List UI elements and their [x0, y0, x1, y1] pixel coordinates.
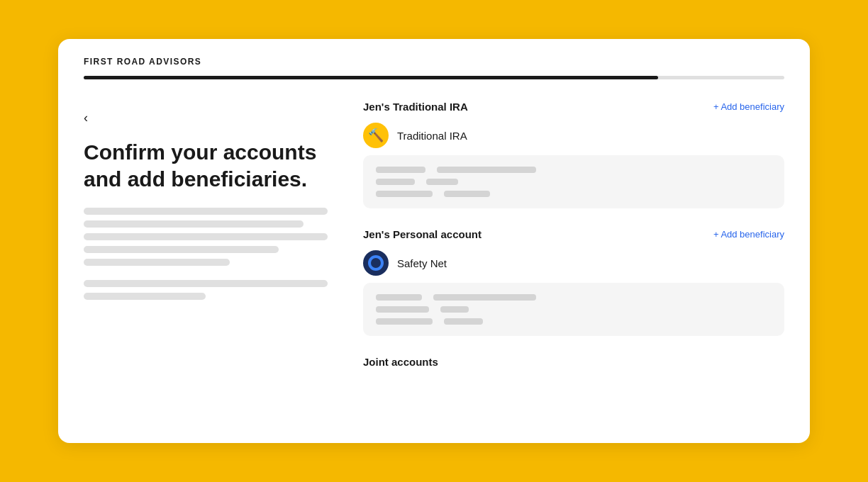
detail-skeleton — [433, 294, 536, 301]
detail-skeleton — [437, 167, 536, 173]
card-header: FIRST ROAD ADVISORS — [58, 39, 810, 79]
account-type-label-personal: Safety Net — [397, 257, 447, 269]
back-button[interactable]: ‹ — [84, 108, 104, 128]
account-section-title-personal: Jen's Personal account — [363, 228, 482, 240]
skeleton-line — [84, 233, 328, 240]
detail-row — [376, 191, 772, 197]
page-title: Confirm your accounts and add beneficiar… — [84, 139, 328, 192]
account-section-title-joint: Joint accounts — [363, 356, 438, 368]
account-type-row-ira: 🔨 Traditional IRA — [363, 123, 784, 148]
detail-skeleton — [444, 318, 483, 325]
detail-skeleton — [440, 306, 469, 313]
detail-row — [376, 294, 772, 301]
safety-ring-icon — [368, 255, 384, 271]
detail-row — [376, 318, 772, 325]
detail-skeleton — [376, 191, 433, 197]
detail-row — [376, 179, 772, 185]
account-section-header-ira: Jen's Traditional IRA + Add beneficiary — [363, 101, 784, 113]
description-skeleton — [84, 208, 328, 300]
detail-skeleton — [426, 179, 458, 185]
account-icon-safety — [363, 250, 389, 276]
detail-skeleton — [444, 191, 490, 197]
add-beneficiary-link-ira[interactable]: + Add beneficiary — [713, 101, 784, 112]
account-type-row-personal: Safety Net — [363, 250, 784, 276]
brand-name: FIRST ROAD ADVISORS — [84, 57, 201, 67]
skeleton-line — [84, 220, 304, 228]
detail-skeleton — [376, 306, 429, 313]
account-section-title-ira: Jen's Traditional IRA — [363, 101, 468, 113]
account-section-personal: Jen's Personal account + Add beneficiary… — [363, 228, 784, 336]
skeleton-line — [84, 293, 206, 300]
add-beneficiary-link-personal[interactable]: + Add beneficiary — [713, 229, 784, 240]
main-card: FIRST ROAD ADVISORS ‹ Confirm your accou… — [58, 39, 810, 443]
skeleton-line — [84, 246, 279, 253]
detail-skeleton — [376, 294, 422, 301]
account-section-header-personal: Jen's Personal account + Add beneficiary — [363, 228, 784, 240]
detail-row — [376, 306, 772, 313]
account-section-ira: Jen's Traditional IRA + Add beneficiary … — [363, 101, 784, 208]
ira-icon-emoji: 🔨 — [368, 129, 384, 142]
skeleton-line — [84, 259, 230, 266]
detail-skeleton — [376, 179, 415, 185]
card-body: ‹ Confirm your accounts and add benefici… — [58, 79, 810, 443]
left-panel: ‹ Confirm your accounts and add benefici… — [58, 79, 356, 443]
account-type-label-ira: Traditional IRA — [397, 130, 467, 142]
account-details-card-ira — [363, 155, 784, 208]
account-details-card-personal — [363, 283, 784, 336]
skeleton-line — [84, 280, 328, 287]
skeleton-line — [84, 208, 328, 215]
right-panel: Jen's Traditional IRA + Add beneficiary … — [356, 79, 810, 443]
account-section-joint: Joint accounts — [363, 356, 784, 368]
detail-skeleton — [376, 318, 433, 325]
account-section-header-joint: Joint accounts — [363, 356, 784, 368]
account-icon-ira: 🔨 — [363, 123, 389, 148]
detail-row — [376, 167, 772, 173]
detail-skeleton — [376, 167, 425, 173]
